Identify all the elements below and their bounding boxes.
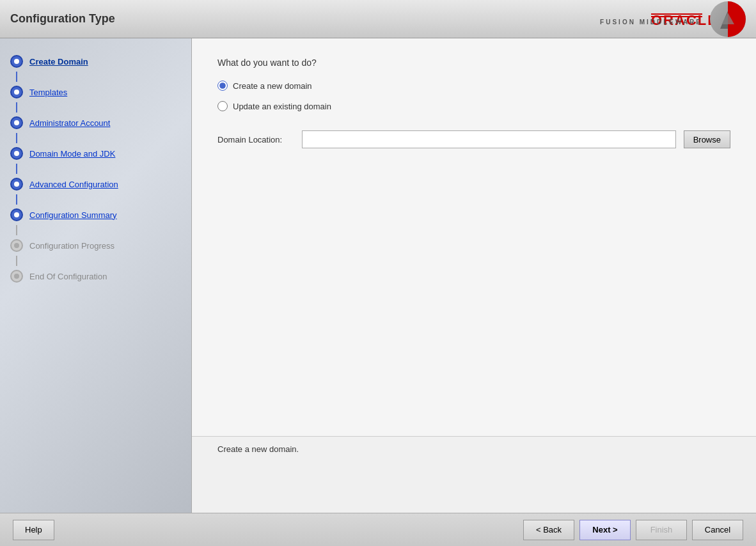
domain-location-label: Domain Location: [217, 135, 294, 144]
sidebar-item-config-summary[interactable]: Configuration Summary [0, 205, 191, 225]
fusion-middleware-text: FUSION MIDDLEWARE [600, 19, 702, 26]
step-indicator-summary [10, 208, 23, 221]
radio-group: Create a new domain Update an existing d… [217, 81, 730, 111]
cancel-button[interactable]: Cancel [692, 520, 743, 540]
step-indicator-create-domain [10, 55, 23, 68]
radio-label-update: Update an existing domain [233, 102, 331, 111]
sidebar-label-admin: Administrator Account [29, 118, 110, 128]
sidebar-label-create-domain: Create Domain [29, 57, 88, 66]
title-bar: Configuration Type ORACLE FUSION MIDDLEW… [0, 0, 756, 38]
main-content: Create Domain Templates Administrator Ac… [0, 38, 756, 513]
radio-update-existing-domain[interactable]: Update an existing domain [217, 101, 730, 111]
sidebar-label-progress: Configuration Progress [29, 241, 114, 251]
bottom-bar: Help < Back Next > Finish Cancel [0, 513, 756, 546]
oracle-logo: ORACLE FUSION MIDDLEWARE [600, 12, 702, 26]
nav-buttons: < Back Next > Finish Cancel [523, 520, 743, 540]
content-area: What do you want to do? Create a new dom… [192, 38, 756, 513]
next-button[interactable]: Next > [579, 520, 631, 540]
content-panel: What do you want to do? Create a new dom… [192, 38, 756, 436]
svg-marker-0 [721, 13, 734, 24]
radio-input-update[interactable] [217, 101, 228, 111]
sidebar-item-administrator-account[interactable]: Administrator Account [0, 113, 191, 133]
step-indicator-domain-mode [10, 147, 23, 160]
radio-input-create[interactable] [217, 81, 228, 91]
connector-7 [16, 256, 17, 266]
sidebar-item-create-domain[interactable]: Create Domain [0, 51, 191, 72]
sidebar-label-domain-mode: Domain Mode and JDK [29, 149, 115, 159]
finish-button[interactable]: Finish [636, 520, 687, 540]
help-button[interactable]: Help [13, 520, 54, 540]
description-text: Create a new domain. [217, 444, 299, 454]
step-indicator-progress [10, 239, 23, 252]
back-button[interactable]: < Back [523, 520, 574, 540]
oracle-icon [710, 1, 746, 37]
domain-location-row: Domain Location: Browse [217, 130, 730, 148]
connector-6 [16, 225, 17, 235]
domain-location-input[interactable] [302, 130, 676, 148]
step-indicator-end [10, 270, 23, 283]
connector-2 [16, 102, 17, 113]
sidebar: Create Domain Templates Administrator Ac… [0, 38, 192, 513]
sidebar-item-end-config: End Of Configuration [0, 266, 191, 286]
sidebar-label-summary: Configuration Summary [29, 210, 117, 220]
connector-1 [16, 72, 17, 82]
sidebar-label-end: End Of Configuration [29, 272, 107, 281]
page-title: Configuration Type [10, 12, 115, 26]
oracle-branding: ORACLE FUSION MIDDLEWARE [600, 1, 746, 37]
browse-button[interactable]: Browse [684, 130, 730, 148]
sidebar-item-advanced-config[interactable]: Advanced Configuration [0, 174, 191, 194]
step-indicator-admin [10, 116, 23, 129]
sidebar-label-templates: Templates [29, 88, 67, 97]
radio-label-create: Create a new domain [233, 81, 312, 91]
connector-3 [16, 133, 17, 143]
sidebar-label-advanced: Advanced Configuration [29, 180, 118, 189]
step-indicator-advanced [10, 178, 23, 191]
radio-create-new-domain[interactable]: Create a new domain [217, 81, 730, 91]
sidebar-item-domain-mode[interactable]: Domain Mode and JDK [0, 143, 191, 164]
oracle-name: ORACLE [651, 12, 702, 19]
connector-4 [16, 164, 17, 174]
question-text: What do you want to do? [217, 58, 730, 68]
connector-5 [16, 194, 17, 205]
sidebar-item-templates[interactable]: Templates [0, 82, 191, 102]
sidebar-item-config-progress: Configuration Progress [0, 235, 191, 256]
description-panel: Create a new domain. [192, 436, 756, 513]
step-indicator-templates [10, 86, 23, 98]
